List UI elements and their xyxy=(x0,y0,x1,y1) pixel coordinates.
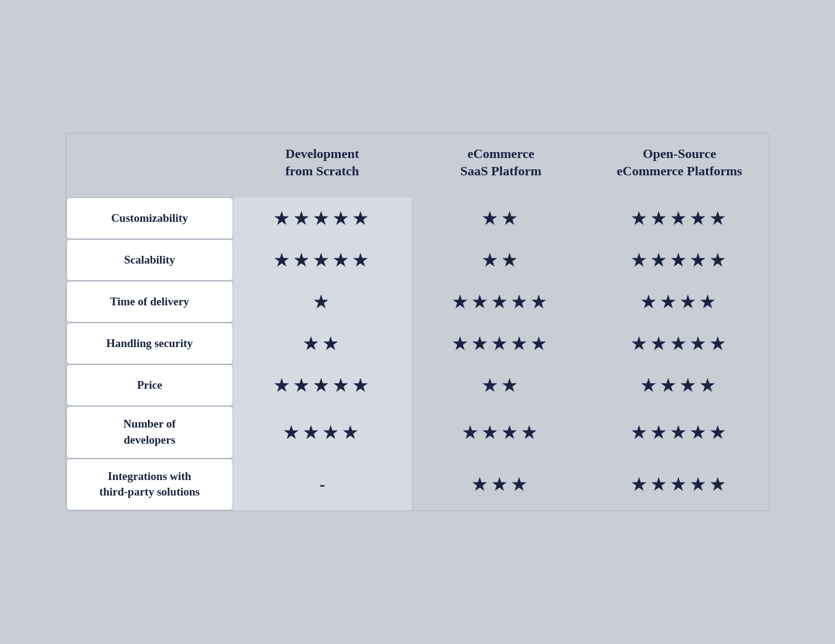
star-icon: ★ xyxy=(273,207,293,230)
star-icon: ★ xyxy=(709,207,729,230)
cell-open: ★★★★★ xyxy=(590,459,769,510)
star-icon: ★ xyxy=(332,207,352,230)
star-icon: ★ xyxy=(650,473,670,496)
cell-saas: ★★ xyxy=(412,364,590,406)
star-icon: ★ xyxy=(689,473,709,496)
star-icon: ★ xyxy=(660,374,679,397)
star-icon: ★ xyxy=(481,207,501,230)
star-icon: ★ xyxy=(501,421,521,444)
star-icon: ★ xyxy=(511,332,530,355)
star-icon: ★ xyxy=(650,421,670,444)
star-icon: ★ xyxy=(352,207,372,230)
star-icon: ★ xyxy=(481,374,501,397)
star-icon: ★ xyxy=(332,374,352,397)
star-icon: ★ xyxy=(709,473,729,496)
row-label-box: Number ofdevelopers xyxy=(66,406,233,458)
cell-saas: ★★ xyxy=(412,239,590,281)
star-icon: ★ xyxy=(302,332,322,355)
cell-saas: ★★★★★ xyxy=(412,323,590,364)
header-open: Open-SourceeCommerce Platforms xyxy=(590,134,769,197)
star-icon: ★ xyxy=(650,249,670,271)
star-icon: ★ xyxy=(501,207,521,230)
star-icon: ★ xyxy=(530,332,550,355)
cell-dev: - xyxy=(233,459,412,510)
star-icon: ★ xyxy=(650,207,670,230)
row-label-cell: Scalability xyxy=(66,239,233,281)
star-icon: ★ xyxy=(491,290,511,313)
star-icon: ★ xyxy=(689,332,709,355)
star-icon: ★ xyxy=(451,290,471,313)
star-icon: ★ xyxy=(332,249,352,271)
star-icon: ★ xyxy=(273,249,293,271)
star-icon: ★ xyxy=(471,473,491,496)
star-icon: ★ xyxy=(640,290,660,313)
star-icon: ★ xyxy=(670,421,689,444)
star-icon: ★ xyxy=(273,374,293,397)
comparison-table: Developmentfrom Scratch eCommerceSaaS Pl… xyxy=(66,133,769,511)
star-icon: ★ xyxy=(471,290,491,313)
table-header-row: Developmentfrom Scratch eCommerceSaaS Pl… xyxy=(66,134,769,197)
star-icon: ★ xyxy=(689,249,709,271)
star-icon: ★ xyxy=(322,421,342,444)
table-row: Scalability★★★★★★★★★★★★ xyxy=(66,239,769,281)
cell-dev: ★★ xyxy=(233,323,412,364)
star-icon: ★ xyxy=(699,290,719,313)
star-icon: ★ xyxy=(650,332,670,355)
star-icon: ★ xyxy=(640,374,660,397)
star-icon: ★ xyxy=(352,249,372,271)
star-icon: ★ xyxy=(670,473,689,496)
star-icon: ★ xyxy=(313,207,332,230)
star-icon: ★ xyxy=(689,207,709,230)
star-icon: ★ xyxy=(630,249,650,271)
star-icon: ★ xyxy=(313,374,332,397)
row-label-cell: Integrations withthird-party solutions xyxy=(66,459,233,510)
star-icon: ★ xyxy=(462,421,481,444)
star-icon: ★ xyxy=(630,207,650,230)
cell-saas: ★★★★ xyxy=(412,406,590,458)
row-label-box: Price xyxy=(66,364,233,406)
header-saas: eCommerceSaaS Platform xyxy=(412,134,590,197)
star-icon: ★ xyxy=(322,332,342,355)
star-icon: ★ xyxy=(670,207,689,230)
star-icon: ★ xyxy=(451,332,471,355)
star-icon: ★ xyxy=(293,374,313,397)
star-icon: ★ xyxy=(699,374,719,397)
star-icon: ★ xyxy=(471,332,491,355)
cell-dev: ★★★★ xyxy=(233,406,412,458)
cell-open: ★★★★ xyxy=(590,364,769,406)
row-label-box: Handling security xyxy=(66,323,233,364)
star-icon: ★ xyxy=(283,421,302,444)
star-icon: ★ xyxy=(481,421,501,444)
table-row: Handling security★★★★★★★★★★★★ xyxy=(66,323,769,364)
star-icon: ★ xyxy=(670,249,689,271)
table-row: Price★★★★★★★★★★★ xyxy=(66,364,769,406)
comparison-table-container: Developmentfrom Scratch eCommerceSaaS Pl… xyxy=(66,133,769,511)
star-icon: ★ xyxy=(491,332,511,355)
row-label-cell: Price xyxy=(66,364,233,406)
star-icon: ★ xyxy=(352,374,372,397)
cell-open: ★★★★★ xyxy=(590,197,769,239)
star-icon: ★ xyxy=(293,207,313,230)
table-row: Number ofdevelopers★★★★★★★★★★★★★ xyxy=(66,406,769,458)
header-dev: Developmentfrom Scratch xyxy=(233,134,412,197)
cell-dev: ★★★★★ xyxy=(233,364,412,406)
star-icon: ★ xyxy=(660,290,679,313)
star-icon: ★ xyxy=(709,332,729,355)
header-empty xyxy=(66,134,233,197)
row-label-box: Scalability xyxy=(66,239,233,281)
star-icon: ★ xyxy=(511,290,530,313)
star-icon: ★ xyxy=(501,249,521,271)
star-icon: ★ xyxy=(491,473,511,496)
row-label-box: Integrations withthird-party solutions xyxy=(66,459,233,510)
star-icon: ★ xyxy=(630,332,650,355)
row-label-cell: Time of delivery xyxy=(66,281,233,323)
cell-saas: ★★ xyxy=(412,197,590,239)
star-icon: ★ xyxy=(293,249,313,271)
row-label-cell: Customizability xyxy=(66,197,233,239)
star-icon: ★ xyxy=(313,290,332,313)
row-label-box: Customizability xyxy=(66,197,233,239)
row-label-box: Time of delivery xyxy=(66,281,233,323)
table-row: Integrations withthird-party solutions-★… xyxy=(66,459,769,510)
star-icon: ★ xyxy=(302,421,322,444)
star-icon: ★ xyxy=(342,421,361,444)
